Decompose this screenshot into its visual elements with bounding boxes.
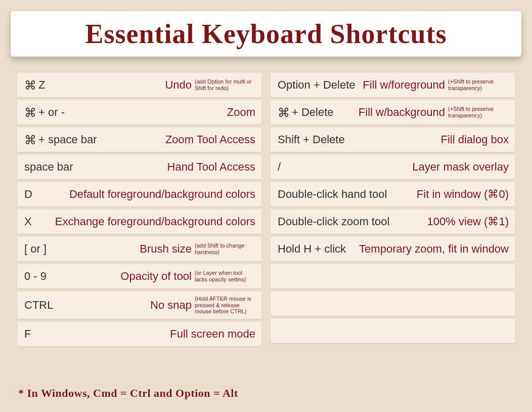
shortcut-row: ⌘ + DeleteFill w/background(+Shift to pr… [271,100,515,125]
shortcut-keys: / [278,160,281,174]
shortcut-description: Fit in window (⌘0) [417,188,509,201]
footer-note: * In Windows, Cmd = Ctrl and Option = Al… [18,387,238,400]
shortcut-row: [ or ]Brush size(add Shift to change har… [17,237,261,261]
title-banner: Essential Keyboard Shortcuts [11,11,521,57]
shortcut-row [271,264,515,289]
shortcut-keys: ⌘ + space bar [24,133,97,146]
shortcut-row: Hold H + clickTemporary zoom, fit in win… [271,237,515,261]
shortcut-keys: [ or ] [24,242,47,256]
shortcut-desc-wrap: 100% view (⌘1) [427,215,509,228]
shortcut-keys: Double-click hand tool [278,188,387,201]
shortcut-description: Hand Tool Access [167,160,255,174]
shortcut-row: Shift + DeleteFill dialog box [271,128,515,152]
shortcut-desc-wrap: Fit in window (⌘0) [417,188,509,201]
shortcut-keys: F [24,327,31,341]
shortcut-note: (add Option for multi or Shift for redo) [195,78,255,91]
command-icon: ⌘ [278,107,290,119]
shortcut-keys: ⌘ + or - [24,106,65,119]
left-column: ⌘ZUndo(add Option for multi or Shift for… [17,73,261,346]
shortcut-desc-wrap: Exchange foreground/background colors [55,215,255,228]
shortcut-columns: ⌘ZUndo(add Option for multi or Shift for… [0,57,532,346]
shortcut-desc-wrap: Brush size(add Shift to change hardness) [140,242,255,256]
shortcut-desc-wrap: Opacity of tool(or Layer when tool lacks… [120,270,255,283]
shortcut-row [271,319,515,343]
shortcut-keys-text: + Delete [292,106,334,119]
shortcut-description: Temporary zoom, fit in window [359,242,509,256]
shortcut-desc-wrap: Fill dialog box [440,133,509,146]
shortcut-keys-text: X [24,215,32,228]
shortcut-desc-wrap: Fill w/foreground(+Shift to preserve tra… [363,78,509,92]
shortcut-desc-wrap: Hand Tool Access [167,160,255,174]
shortcut-description: Brush size [140,242,192,256]
command-icon: ⌘ [24,107,36,119]
shortcut-description: Layer mask overlay [412,160,509,174]
page-title: Essential Keyboard Shortcuts [85,18,447,50]
shortcut-description: Opacity of tool [120,270,192,283]
shortcut-description: Exchange foreground/background colors [55,215,255,228]
shortcut-description: No snap [150,299,192,312]
shortcut-row: Double-click zoom tool100% view (⌘1) [271,210,515,234]
shortcut-description: Fill w/background [359,106,445,119]
shortcut-description: Zoom Tool Access [165,133,255,146]
shortcut-keys-text: Z [38,78,45,92]
shortcut-row: ⌘ + space barZoom Tool Access [17,128,261,152]
shortcut-description: Default foreground/background colors [69,188,255,201]
shortcut-row: space barHand Tool Access [17,155,261,179]
shortcut-note: (or Layer when tool lacks opacity settin… [195,270,255,282]
shortcut-keys: CTRL [24,299,53,312]
shortcut-note: (+Shift to preserve transparency) [448,106,509,118]
right-column: Option + DeleteFill w/foreground(+Shift … [271,73,515,346]
shortcut-keys: D [24,188,32,201]
shortcut-keys-text: Option + Delete [278,78,355,92]
shortcut-row: /Layer mask overlay [271,155,515,179]
shortcut-keys: X [24,215,32,228]
shortcut-row: CTRLNo snap(Hold AFTER mouse is pressed … [17,292,261,319]
shortcut-desc-wrap: Temporary zoom, fit in window [359,242,509,256]
shortcut-row: FFull screen mode [17,322,261,346]
shortcut-row: Option + DeleteFill w/foreground(+Shift … [271,73,515,97]
shortcut-row: ⌘ + or -Zoom [17,100,261,125]
shortcut-desc-wrap: Full screen mode [170,327,255,341]
shortcut-description: Zoom [227,106,255,119]
shortcut-keys-text: + space bar [38,133,97,146]
shortcut-note: (Hold AFTER mouse is pressed & release m… [195,296,255,315]
shortcut-description: Fill w/foreground [363,78,445,92]
shortcut-keys: Option + Delete [278,78,355,92]
shortcut-row: XExchange foreground/background colors [17,210,261,234]
shortcut-description: Full screen mode [170,327,255,341]
shortcut-keys: ⌘ + Delete [278,106,334,119]
shortcut-keys-text: Double-click zoom tool [278,215,389,228]
shortcut-keys: ⌘Z [24,78,45,92]
shortcut-keys: Hold H + click [278,242,346,256]
shortcut-keys-text: F [24,327,31,341]
shortcut-description: Fill dialog box [440,133,509,146]
shortcut-keys: space bar [24,160,73,174]
shortcut-row: ⌘ZUndo(add Option for multi or Shift for… [17,73,261,97]
shortcut-row [271,292,515,316]
shortcut-keys: 0 - 9 [24,270,47,283]
shortcut-keys: Double-click zoom tool [278,215,389,228]
shortcut-keys-text: + or - [38,106,65,119]
shortcut-keys-text: Hold H + click [278,242,346,256]
shortcut-keys-text: / [278,160,281,174]
shortcut-description: 100% view (⌘1) [427,215,509,228]
shortcut-desc-wrap: Zoom Tool Access [165,133,255,146]
shortcut-desc-wrap: Zoom [227,106,255,119]
command-icon: ⌘ [24,134,36,146]
shortcut-desc-wrap: Fill w/background(+Shift to preserve tra… [359,106,509,119]
shortcut-note: (+Shift to preserve transparency) [448,78,509,91]
shortcut-keys-text: [ or ] [24,242,47,256]
shortcut-keys-text: space bar [24,160,73,174]
shortcut-row: DDefault foreground/background colors [17,182,261,207]
shortcut-keys-text: 0 - 9 [24,270,47,283]
shortcut-keys-text: CTRL [24,299,53,312]
shortcut-keys: Shift + Delete [278,133,345,146]
shortcut-note: (add Shift to change hardness) [195,242,255,255]
shortcut-description: Undo [165,78,192,92]
shortcut-desc-wrap: Undo(add Option for multi or Shift for r… [165,78,255,92]
shortcut-keys-text: Double-click hand tool [278,188,387,201]
shortcut-desc-wrap: Default foreground/background colors [69,188,255,201]
shortcut-keys-text: Shift + Delete [278,133,345,146]
command-icon: ⌘ [24,79,36,92]
shortcut-desc-wrap: No snap(Hold AFTER mouse is pressed & re… [150,296,255,315]
